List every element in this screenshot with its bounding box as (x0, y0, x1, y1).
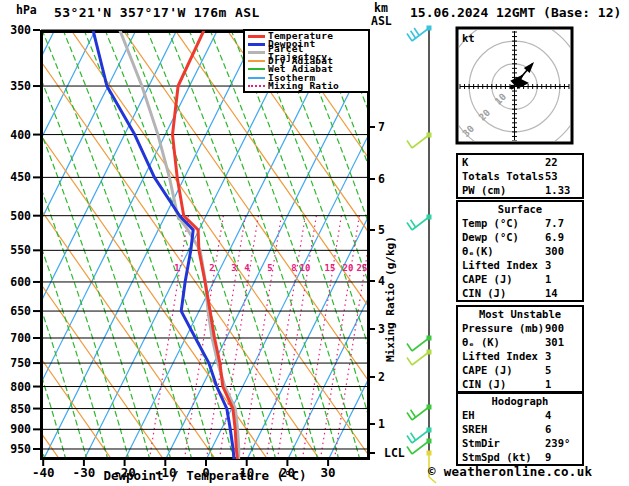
legend: TemperatureDewpointParcel TrajectoryDry … (243, 29, 370, 93)
svg-text:850: 850 (10, 402, 31, 416)
row-label: Pressure (mb) (462, 321, 544, 335)
panel-indices: K22Totals Totals53PW (cm)1.33 (456, 153, 584, 199)
legend-label: Mixing Ratio (268, 82, 339, 90)
x-axis-label: Dewpoint / Temperature (°C) (40, 468, 370, 483)
row-label: CIN (J) (462, 377, 506, 391)
row-value: 4 (545, 408, 578, 422)
svg-text:20: 20 (343, 263, 354, 273)
svg-text:700: 700 (10, 331, 31, 345)
row-value: 6 (545, 422, 578, 436)
row-value: 3 (545, 349, 578, 363)
row-label: Totals Totals (462, 169, 544, 183)
row-label: CAPE (J) (462, 272, 513, 286)
table-row: Pressure (mb)900 (458, 321, 582, 335)
svg-text:2: 2 (378, 370, 385, 384)
legend-swatch (248, 51, 265, 54)
panel-title: Surface (458, 202, 582, 216)
svg-text:800: 800 (10, 380, 31, 394)
svg-text:3: 3 (231, 263, 236, 273)
row-value: 5 (545, 363, 578, 377)
legend-swatch (248, 77, 265, 79)
table-row: θₑ (K)301 (458, 335, 582, 349)
wind-barb (407, 338, 429, 351)
row-value: 9 (545, 450, 578, 464)
legend-swatch (248, 85, 265, 87)
table-row: CAPE (J)1 (458, 272, 582, 286)
svg-text:15: 15 (325, 263, 336, 273)
hodograph: 102030kt (447, 19, 583, 155)
mixing-ratio-axis-label: Mixing Ratio (g/kg) (384, 210, 397, 362)
svg-text:300: 300 (10, 23, 31, 37)
table-row: StmSpd (kt)9 (458, 450, 582, 464)
row-label: StmDir (462, 436, 500, 450)
row-label: EH (462, 408, 475, 422)
row-value: 301 (545, 335, 578, 349)
panel-title: Most Unstable (458, 307, 582, 321)
altitude-axis-ref: ASL (371, 14, 392, 28)
row-label: CIN (J) (462, 286, 506, 300)
table-row: CIN (J)14 (458, 286, 582, 300)
pressure-axis-unit: hPa (16, 3, 37, 17)
svg-text:650: 650 (10, 304, 31, 318)
svg-text:7: 7 (378, 120, 385, 134)
curve-dewpoint (93, 30, 234, 460)
datetime-title: 15.06.2024 12GMT (Base: 12) (410, 5, 621, 20)
table-row: Lifted Index3 (458, 258, 582, 272)
wind-barb (407, 28, 429, 41)
svg-text:400: 400 (10, 128, 31, 142)
row-label: Temp (°C) (462, 216, 519, 230)
table-row: Dewp (°C)6.9 (458, 230, 582, 244)
plot-frame (42, 32, 369, 459)
wind-barb (407, 407, 429, 420)
panel-most-unstable: Most UnstablePressure (mb)900θₑ (K)301Li… (456, 305, 584, 393)
row-value: 7.7 (545, 216, 578, 230)
row-label: StmSpd (kt) (462, 450, 532, 464)
table-row: Totals Totals53 (458, 169, 582, 183)
table-row: CIN (J)1 (458, 377, 582, 391)
svg-text:350: 350 (10, 79, 31, 93)
svg-text:950: 950 (10, 442, 31, 456)
svg-text:2: 2 (209, 263, 214, 273)
curve-temperature (173, 30, 238, 460)
wind-barb (407, 217, 429, 230)
altitude-axis-unit: km (374, 1, 388, 15)
table-row: StmDir239° (458, 436, 582, 450)
table-row: PW (cm)1.33 (458, 183, 582, 197)
svg-text:1: 1 (174, 263, 179, 273)
table-row: θₑ(K)300 (458, 244, 582, 258)
legend-swatch (248, 68, 265, 70)
wind-barb (407, 135, 429, 148)
row-label: θₑ(K) (462, 244, 494, 258)
row-label: Lifted Index (462, 349, 538, 363)
table-row: K22 (458, 155, 582, 169)
skewt-app: 3003504004505005506006507007508008509009… (0, 0, 629, 486)
wind-barbs (407, 26, 436, 484)
svg-text:600: 600 (10, 275, 31, 289)
panel-title: Hodograph (458, 394, 582, 408)
legend-swatch (248, 60, 265, 62)
credit: © weatheronline.co.uk (428, 464, 592, 479)
svg-text:LCL: LCL (384, 446, 405, 460)
panel-hodograph: HodographEH4SREH6StmDir239°StmSpd (kt)9 (456, 392, 584, 466)
row-value: 6.9 (545, 230, 578, 244)
row-value: 239° (545, 436, 578, 450)
svg-text:5: 5 (267, 263, 272, 273)
row-label: Dewp (°C) (462, 230, 519, 244)
svg-text:750: 750 (10, 356, 31, 370)
svg-text:450: 450 (10, 170, 31, 184)
row-value: 53 (545, 169, 578, 183)
table-row: Lifted Index3 (458, 349, 582, 363)
row-label: CAPE (J) (462, 363, 513, 377)
legend-swatch (248, 35, 265, 38)
svg-text:4: 4 (244, 263, 250, 273)
row-value: 300 (545, 244, 578, 258)
svg-text:10: 10 (300, 263, 311, 273)
svg-text:900: 900 (10, 422, 31, 436)
row-label: θₑ (K) (462, 335, 500, 349)
svg-text:6: 6 (378, 172, 385, 186)
row-label: Lifted Index (462, 258, 538, 272)
table-row: Temp (°C)7.7 (458, 216, 582, 230)
row-value: 1.33 (545, 183, 578, 197)
station-title: 53°21'N 357°17'W 176m ASL (54, 5, 260, 20)
svg-text:550: 550 (10, 243, 31, 257)
